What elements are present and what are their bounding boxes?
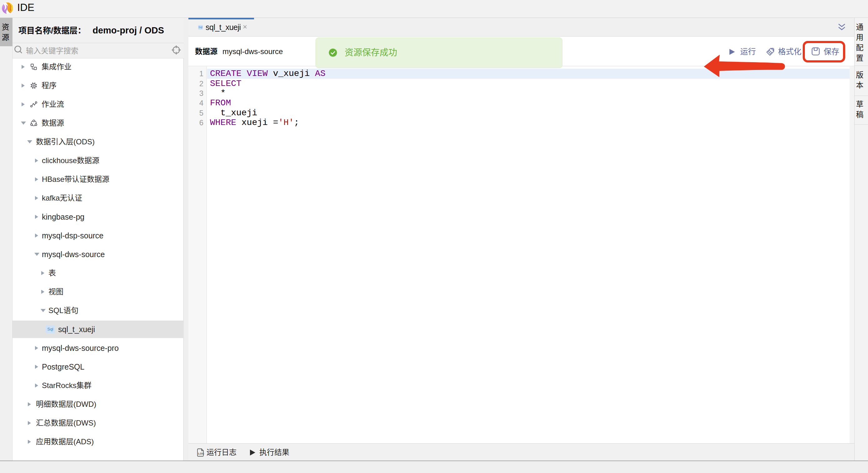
svg-text:LOG: LOG: [198, 452, 204, 455]
